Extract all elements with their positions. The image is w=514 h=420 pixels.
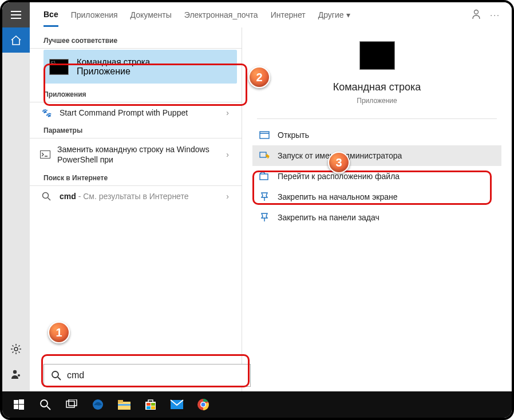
settings-icon[interactable] (2, 336, 30, 362)
marker-2: 2 (248, 66, 270, 88)
web-result-label: cmd - См. результаты в Интернете (60, 192, 188, 201)
svg-point-3 (475, 10, 479, 14)
svg-point-33 (201, 403, 205, 407)
edge-icon[interactable] (85, 391, 111, 418)
search-tabs: Все Приложения Документы Электронная_поч… (30, 2, 512, 27)
left-rail (2, 2, 30, 391)
marker-3: 3 (328, 152, 350, 173)
home-icon[interactable] (2, 27, 30, 53)
puppet-icon: 🐾 (40, 108, 53, 117)
svg-rect-19 (66, 401, 74, 407)
hamburger-icon[interactable] (2, 2, 30, 27)
mail-icon[interactable] (164, 391, 190, 418)
tab-all[interactable]: Все (44, 3, 58, 27)
action-pin-start[interactable]: Закрепить на начальном экране (242, 187, 512, 207)
search-icon (51, 370, 61, 381)
svg-rect-4 (41, 151, 50, 159)
chevron-right-icon: › (226, 192, 231, 201)
svg-line-8 (58, 377, 61, 380)
preview-title: Командная строка (333, 81, 421, 93)
svg-rect-13 (14, 400, 18, 404)
app-result-label: Start Command Prompt with Puppet (60, 108, 188, 117)
svg-rect-16 (19, 405, 24, 410)
cmd-icon (49, 59, 69, 75)
action-run-admin[interactable]: Запуск от имени администратора (252, 145, 501, 166)
explorer-icon[interactable] (111, 391, 137, 418)
svg-point-0 (14, 347, 18, 351)
svg-line-6 (48, 198, 51, 201)
tab-internet[interactable]: Интернет (271, 4, 306, 26)
settings-result-item[interactable]: Заменить командную строку на Windows Pow… (30, 138, 242, 171)
start-button[interactable] (6, 391, 32, 418)
svg-point-1 (13, 370, 17, 374)
settings-result-label: Заменить командную строку на Windows Pow… (57, 144, 219, 165)
best-match-title: Командная строка (77, 57, 150, 66)
user-icon[interactable] (2, 362, 30, 387)
preview-app-icon (359, 41, 395, 70)
tab-apps[interactable]: Приложения (71, 4, 118, 26)
section-apps: Приложения (30, 87, 242, 102)
chevron-right-icon: › (226, 108, 231, 117)
chevron-right-icon: › (226, 150, 231, 159)
svg-rect-26 (147, 403, 151, 406)
tab-docs[interactable]: Документы (131, 4, 172, 26)
svg-rect-12 (260, 174, 268, 180)
action-open[interactable]: Открыть (242, 125, 512, 145)
svg-rect-27 (151, 403, 155, 406)
app-result-item[interactable]: 🐾 Start Command Prompt with Puppet › (30, 102, 242, 123)
svg-point-2 (18, 374, 20, 377)
section-best-match: Лучшее соответствие (30, 33, 242, 48)
preview-subtitle: Приложение (357, 97, 397, 105)
marker-1: 1 (48, 322, 70, 343)
svg-line-18 (47, 406, 50, 410)
svg-rect-11 (260, 152, 266, 157)
svg-rect-15 (14, 405, 18, 409)
tab-email[interactable]: Электронная_почта (184, 4, 258, 26)
svg-rect-23 (118, 400, 123, 403)
preview-column: Командная строка Приложение Открыть Запу… (242, 27, 512, 391)
action-pin-task-label: Закрепить на панели задач (278, 213, 379, 222)
action-pin-taskbar[interactable]: Закрепить на панели задач (242, 207, 512, 228)
console-icon (40, 150, 50, 159)
section-web: Поиск в Интернете (30, 171, 242, 185)
taskbar-search-icon[interactable] (32, 391, 58, 418)
web-result-item[interactable]: cmd - См. результаты в Интернете › (30, 186, 242, 207)
svg-rect-9 (260, 132, 269, 138)
more-icon[interactable]: ··· (490, 10, 500, 19)
svg-rect-24 (118, 404, 131, 406)
taskbar (2, 391, 512, 418)
action-pin-start-label: Закрепить на начальном экране (278, 192, 398, 201)
best-match-item[interactable]: Командная строка Приложение (44, 50, 237, 84)
svg-rect-28 (147, 406, 151, 409)
section-settings: Параметры (30, 123, 242, 138)
search-icon (40, 192, 53, 201)
store-icon[interactable] (137, 391, 164, 418)
svg-point-17 (41, 400, 48, 407)
tab-more[interactable]: Другие▾ (318, 4, 350, 26)
action-open-label: Открыть (278, 130, 309, 140)
search-input[interactable]: cmd (44, 364, 251, 387)
chevron-down-icon: ▾ (346, 10, 350, 19)
svg-point-7 (52, 371, 58, 378)
feedback-icon[interactable] (470, 9, 482, 22)
best-match-subtitle: Приложение (77, 66, 150, 77)
svg-rect-14 (19, 399, 24, 404)
chrome-icon[interactable] (190, 391, 216, 418)
svg-point-5 (43, 193, 49, 199)
action-open-location[interactable]: Перейти к расположению файла (242, 166, 512, 187)
svg-rect-29 (151, 406, 155, 409)
search-value: cmd (67, 370, 84, 381)
taskview-icon[interactable] (58, 391, 85, 418)
svg-rect-20 (69, 399, 77, 406)
